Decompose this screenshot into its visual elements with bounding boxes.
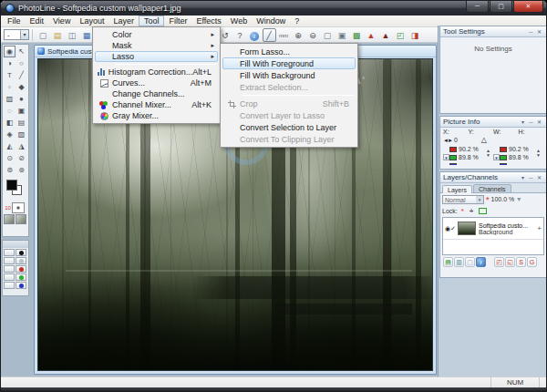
panel-flyout-icon[interactable]: ▾ xyxy=(519,118,527,127)
dodge-tool[interactable]: ◭ xyxy=(4,140,15,152)
menu-item-convert-to-clipping-layer[interactable]: Convert To Clipping Layer xyxy=(222,133,356,145)
pointer-tool[interactable]: ↖ xyxy=(15,46,27,57)
menu-item-gray-mixer[interactable]: Gray Mixer... xyxy=(95,110,218,121)
color-slot-button[interactable] xyxy=(4,282,15,289)
menu-item-curves[interactable]: Curves... Alt+M xyxy=(95,77,218,88)
sharpen-tool[interactable]: ⊘ xyxy=(15,152,27,164)
menu-window[interactable]: Window xyxy=(252,15,290,26)
pen-icon[interactable]: ╱ xyxy=(263,28,276,42)
menu-item-convert-layer-to-lasso[interactable]: Convert Layer to Lasso xyxy=(222,109,356,121)
menu-item-convert-selection-to-layer[interactable]: Convert Selection to Layer xyxy=(222,121,356,133)
page-preview-icon[interactable]: ▢ xyxy=(321,28,335,42)
zoom-combo[interactable]: - ▾ xyxy=(4,29,29,40)
brush-tool[interactable]: ● xyxy=(15,93,27,105)
shape-tool[interactable]: ▫ xyxy=(4,81,15,93)
expand-layer-icon[interactable]: + xyxy=(537,224,542,232)
new-group-icon[interactable]: ▢ xyxy=(465,257,475,267)
selection-zoom-icon[interactable]: ◰ xyxy=(394,28,408,42)
chevron-down-icon[interactable]: ▾ xyxy=(476,196,483,203)
gamut-warning-dark-icon[interactable]: ▲ xyxy=(379,28,393,42)
info-icon[interactable]: i xyxy=(248,28,262,42)
menu-item-change-channels[interactable]: Change Channels... xyxy=(95,88,218,99)
visibility-eye-icon[interactable]: ◉✓ xyxy=(445,225,458,232)
minimize-button[interactable]: ─ xyxy=(466,1,489,13)
zoom-out-icon[interactable]: ⊖ xyxy=(306,28,320,42)
panel-minimize-icon[interactable]: ─ xyxy=(527,173,535,182)
panel-minimize-icon[interactable]: ─ xyxy=(527,27,535,36)
layer-row-background[interactable]: ◉✓ Softpedia custo... Background + xyxy=(443,218,543,240)
measure-icon[interactable]: mm xyxy=(277,28,291,42)
menu-item-crop[interactable]: Crop Shift+B xyxy=(222,98,356,109)
menu-filter[interactable]: Filter xyxy=(164,15,191,26)
menu-effects[interactable]: Effects xyxy=(191,15,225,26)
menu-help[interactable]: ? xyxy=(290,15,304,26)
sponge-tool[interactable]: ⊚ xyxy=(4,164,15,176)
blend-mode-select[interactable]: Normal ▾ xyxy=(442,195,484,204)
pen-tool[interactable]: ╱ xyxy=(15,69,27,81)
menu-item-lasso[interactable]: Lasso ▸ xyxy=(95,51,218,62)
smudge-tool[interactable]: ▧ xyxy=(15,129,27,140)
color-red-button[interactable] xyxy=(15,265,26,273)
menu-item-fill-with-background[interactable]: Fill With Background xyxy=(222,69,356,81)
magnifier-tool[interactable]: ○ xyxy=(15,57,27,69)
text-tool[interactable]: T xyxy=(4,69,15,81)
channel-view-icon[interactable]: ◨ xyxy=(408,28,422,42)
color-black-button[interactable] xyxy=(15,249,26,256)
menu-item-color[interactable]: Color ▸ xyxy=(95,29,218,40)
lock-position-icon[interactable]: + xyxy=(470,207,474,215)
combo-arrow-icon[interactable]: ▾ xyxy=(20,30,28,39)
menu-layout[interactable]: Layout xyxy=(75,15,108,26)
color-mode-dropdown[interactable]: ▾ xyxy=(443,154,449,160)
lock-all-icon[interactable] xyxy=(479,208,487,214)
menu-item-histogram-correction[interactable]: Histogram Correction... Alt+L xyxy=(95,67,218,77)
panel-close-icon[interactable]: ✕ xyxy=(535,173,543,182)
layer-info-icon[interactable]: i xyxy=(476,257,486,267)
foreground-color-swatch[interactable] xyxy=(6,180,17,191)
photo-tool[interactable]: ◉ xyxy=(4,46,15,57)
new-layer-icon[interactable]: ▤ xyxy=(443,257,453,267)
panel-close-icon[interactable]: ✕ xyxy=(535,118,543,127)
color-slot-button[interactable] xyxy=(4,265,15,273)
new-image-layer-icon[interactable]: ▥ xyxy=(454,257,464,267)
menu-tool[interactable]: Tool xyxy=(139,15,165,26)
lock-transparency-icon[interactable]: * xyxy=(461,207,464,215)
open-file-icon[interactable]: ▤ xyxy=(51,28,65,42)
color-picker-tool[interactable]: ◑ xyxy=(4,57,15,69)
color-slot-button[interactable] xyxy=(4,249,15,256)
layer-style-icon[interactable]: S xyxy=(516,257,526,267)
layer-thumbnail[interactable] xyxy=(458,222,476,235)
tab-channels[interactable]: Channels xyxy=(473,184,511,192)
color-list-header[interactable] xyxy=(3,241,28,248)
proof-colors-icon[interactable]: ▩ xyxy=(350,28,364,42)
maximize-button[interactable]: ▢ xyxy=(490,1,512,13)
menu-item-channel-mixer[interactable]: Channel Mixer... Alt+K xyxy=(95,99,218,110)
scroll-down-icon[interactable]: ▼ xyxy=(486,153,490,158)
eraser-tool[interactable]: ▨ xyxy=(4,93,15,105)
scroll-down-icon[interactable]: ▼ xyxy=(536,153,541,158)
close-button[interactable]: ✕ xyxy=(513,1,543,13)
texture-swatch-1[interactable] xyxy=(4,214,15,224)
color-blue-button[interactable] xyxy=(15,282,26,289)
browse-icon[interactable]: ◫ xyxy=(66,28,79,42)
color-gray-button[interactable] xyxy=(15,257,26,264)
texture-swatch-2[interactable] xyxy=(15,214,26,224)
context-help-icon[interactable]: ? xyxy=(233,28,247,42)
zoom-in-icon[interactable]: ⊕ xyxy=(292,28,305,42)
vector-tool[interactable]: ◆ xyxy=(15,81,27,93)
fill-tool[interactable]: ◧ xyxy=(4,117,15,129)
gamut-warning-icon[interactable]: ▲ xyxy=(365,28,378,42)
layer-effect-icon[interactable]: * xyxy=(486,195,490,204)
layer-group-icon[interactable]: G xyxy=(527,257,537,267)
menu-view[interactable]: View xyxy=(48,15,75,26)
lasso-tool[interactable]: ◌ xyxy=(4,105,15,117)
pattern-tool[interactable]: ⊛ xyxy=(15,164,27,176)
panel-close-icon[interactable]: ✕ xyxy=(535,27,543,36)
color-slot-button[interactable] xyxy=(4,257,15,264)
menu-item-mask[interactable]: Mask ▸ xyxy=(95,40,218,51)
menu-web[interactable]: Web xyxy=(226,15,252,26)
full-page-icon[interactable]: ▣ xyxy=(335,28,349,42)
menu-item-extract-selection[interactable]: Extract Selection... xyxy=(222,81,356,93)
new-document-icon[interactable]: ▢ xyxy=(36,28,50,42)
airbrush-tool[interactable]: ◈ xyxy=(4,129,15,140)
color-slot-button[interactable] xyxy=(4,273,15,281)
